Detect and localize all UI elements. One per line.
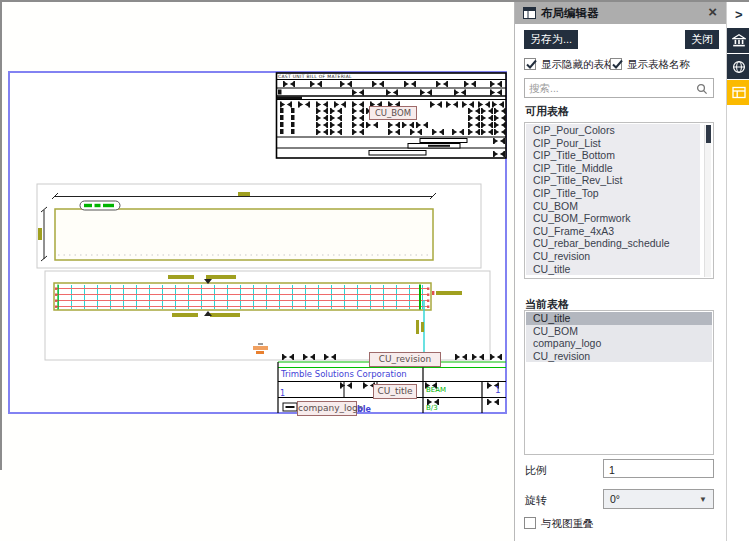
- building-icon: [732, 34, 746, 47]
- available-table-item[interactable]: CU_BOM_Formwork: [526, 212, 700, 225]
- scrollbar-thumb[interactable]: [706, 125, 711, 143]
- bom-header-text: CAST UNIT BILL OF MATERIAL: [278, 74, 352, 79]
- globe-icon: [732, 60, 746, 74]
- rotation-dropdown[interactable]: 0° ▼: [603, 489, 714, 509]
- available-table-item[interactable]: CIP_Title_Middle: [526, 162, 700, 175]
- check-icon: [611, 58, 624, 71]
- available-table-item[interactable]: CIP_Title_Rev_List: [526, 174, 700, 187]
- current-table-item[interactable]: CU_revision: [526, 350, 712, 363]
- available-table-item[interactable]: CIP_Pour_List: [526, 137, 700, 150]
- table-label-cu-revision[interactable]: CU_revision: [369, 352, 441, 367]
- side-toolbar: >: [726, 2, 749, 541]
- available-table-item[interactable]: CIP_Pour_Colors: [526, 124, 700, 137]
- structures-tool-button[interactable]: [727, 28, 749, 53]
- logo-text-fragment: ble: [357, 405, 371, 414]
- show-hidden-tables-checkbox[interactable]: [524, 58, 536, 70]
- rotation-label: 旋转: [525, 493, 547, 508]
- available-list-scrollbar[interactable]: [704, 125, 711, 277]
- title-block-company: Trimble Solutions Corporation: [281, 369, 407, 379]
- drawing-geometry: [0, 0, 514, 541]
- available-table-item[interactable]: CU_BOM: [526, 200, 700, 213]
- title-block-sheet-no: B/3: [426, 404, 438, 412]
- table-label-company-logo[interactable]: company_logo: [297, 401, 357, 416]
- overlap-views-label: 与视图重叠: [541, 517, 594, 531]
- save-as-button[interactable]: 另存为...: [524, 30, 578, 49]
- current-table-item[interactable]: CU_title: [526, 312, 712, 325]
- show-table-names-checkbox[interactable]: [610, 58, 622, 70]
- web-tool-button[interactable]: [727, 54, 749, 79]
- available-table-item[interactable]: CIP_Title_Top: [526, 187, 700, 200]
- current-table-item[interactable]: company_logo: [526, 337, 712, 350]
- table-label-cu-title[interactable]: CU_title: [373, 384, 417, 399]
- title-block-rev-left: 1: [280, 389, 285, 398]
- show-table-names-label: 显示表格名称: [627, 58, 690, 72]
- canvas-left-border: [0, 2, 2, 470]
- search-icon[interactable]: [696, 83, 708, 95]
- title-block-rev-right: 1: [495, 385, 501, 395]
- available-table-item[interactable]: CU_revision: [526, 250, 700, 263]
- scale-input-box: [603, 459, 714, 478]
- current-table-item[interactable]: CU_BOM: [526, 325, 712, 338]
- top-view: [37, 184, 481, 268]
- available-table-item[interactable]: CU_rebar_bending_schedule: [526, 237, 700, 250]
- layout-editor-icon: [523, 7, 536, 19]
- available-tables-label: 可用表格: [525, 104, 569, 119]
- collapse-panel-icon[interactable]: >: [735, 7, 743, 22]
- close-button[interactable]: 关闭: [685, 30, 719, 49]
- title-block-mark: BEAM: [426, 386, 446, 394]
- panel-title: 布局编辑器: [541, 6, 599, 21]
- layout-editor-panel: 布局编辑器 × 另存为... 关闭 显示隐藏的表格 显示表格名称 可用表格 CI…: [514, 2, 726, 541]
- available-table-item[interactable]: CU_Frame_4xA3: [526, 225, 700, 238]
- layout-editor-tool-button[interactable]: [727, 80, 749, 105]
- drawing-canvas[interactable]: CAST UNIT BILL OF MATERIAL CU_BOM CU_rev…: [0, 2, 514, 541]
- show-hidden-tables-label: 显示隐藏的表格: [541, 58, 615, 72]
- search-input[interactable]: [529, 80, 693, 96]
- search-box[interactable]: [524, 78, 714, 98]
- table-label-cu-bom[interactable]: CU_BOM: [369, 106, 417, 120]
- overlap-views-checkbox[interactable]: [524, 517, 536, 529]
- available-table-item[interactable]: CIP_Title_Bottom: [526, 149, 700, 162]
- scale-label: 比例: [525, 463, 547, 478]
- chevron-down-icon: ▼: [699, 495, 707, 504]
- current-tables-list: CU_titleCU_BOMcompany_logoCU_revision: [524, 310, 714, 455]
- rotation-value: 0°: [610, 493, 620, 505]
- layout-icon: [732, 86, 746, 99]
- panel-header: 布局编辑器 ×: [515, 2, 726, 24]
- check-icon: [525, 58, 538, 71]
- available-table-item[interactable]: CU_title: [526, 263, 700, 276]
- scale-input[interactable]: [604, 462, 713, 479]
- available-tables-list: CIP_Pour_ColorsCIP_Pour_ListCIP_Title_Bo…: [524, 122, 714, 279]
- close-icon[interactable]: ×: [708, 3, 717, 20]
